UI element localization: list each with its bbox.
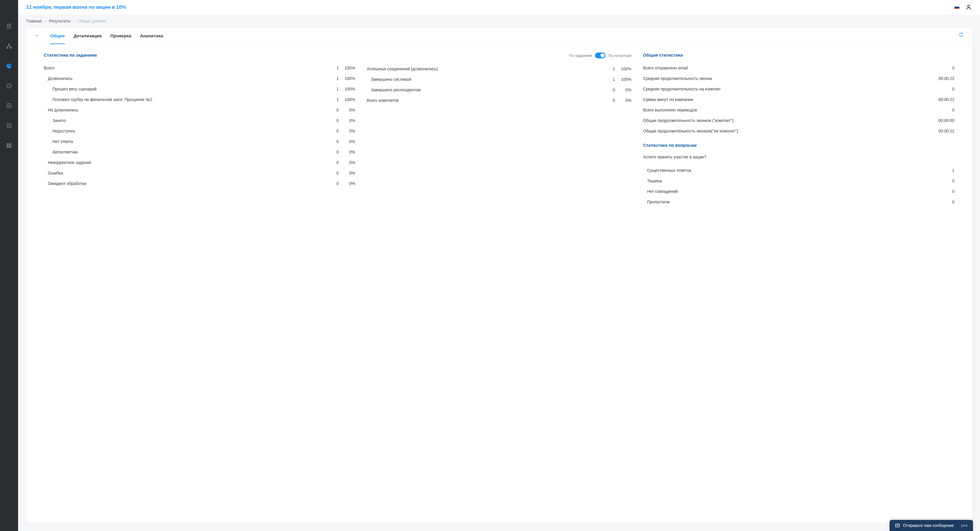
stat-row: Ошибка00%: [44, 168, 355, 178]
stat-value: 0: [925, 65, 955, 70]
sidebar-item-schedule[interactable]: [6, 82, 13, 89]
stat-label: Занято: [52, 118, 327, 123]
stat-count: 0: [327, 150, 339, 154]
stat-count: 1: [327, 97, 339, 102]
breadcrumb-results[interactable]: Результаты: [49, 19, 71, 23]
stat-row: Дозвонились1100%: [44, 73, 355, 84]
stat-value: 00:00:22: [925, 129, 955, 133]
svg-rect-11: [7, 145, 11, 146]
stat-label: Тишина: [647, 179, 925, 183]
stat-value: 00:00:22: [925, 76, 955, 81]
stat-count: 0: [327, 160, 339, 165]
stat-row: Всего комплитов00%: [367, 95, 631, 105]
sidebar-item-docs[interactable]: [6, 23, 13, 30]
sidebar-item-import[interactable]: [6, 102, 13, 109]
stat-label: Автоответчик: [52, 150, 327, 154]
question-stats-title: Статистика по вопросам: [643, 143, 955, 148]
stat-row: Существенных ответов1: [643, 165, 955, 175]
stat-count: 0: [327, 129, 339, 133]
envelope-icon: [895, 523, 900, 528]
question-answers-list: Существенных ответов1Тишина0Нет совпаден…: [643, 165, 955, 207]
stat-value: 0: [925, 199, 955, 204]
stat-value: 00:00:22: [925, 97, 955, 102]
stat-row: Не дозвонились00%: [44, 105, 355, 115]
tab-check[interactable]: Проверка: [111, 28, 131, 44]
stat-label: Нет совпадений: [647, 189, 925, 194]
conn-stats-section: По заданиям По попыткам Успешных соедине…: [367, 53, 631, 207]
stat-label: Положил трубку на финальном шаге: Прощан…: [52, 97, 327, 102]
stat-label: Недоступен: [52, 129, 327, 133]
sync-icon: [958, 32, 964, 37]
sidebar-nav: [0, 0, 18, 531]
stat-label: Дозвонились: [48, 76, 327, 81]
stat-row: Нет совпадений0: [643, 186, 955, 197]
stat-pct: 0%: [339, 160, 355, 165]
stat-pct: 100%: [339, 87, 355, 91]
stat-count: 1: [603, 77, 615, 82]
stat-pct: 0%: [339, 118, 355, 123]
chevron-right-icon: ›: [73, 19, 75, 23]
user-icon[interactable]: [966, 4, 972, 11]
stat-count: 1: [327, 65, 339, 70]
clock-icon: [6, 83, 12, 89]
stat-row: Некорректное задание00%: [44, 157, 355, 168]
stat-pct: 100%: [615, 67, 632, 71]
tab-general[interactable]: Общее: [50, 28, 65, 44]
stat-row: Завершено респондентом00%: [367, 85, 631, 95]
stat-count: 1: [327, 87, 339, 91]
refresh-button[interactable]: [958, 32, 964, 38]
tab-detail[interactable]: Детализация: [73, 28, 102, 44]
pie-chart-icon: [6, 63, 12, 69]
task-stats-title: Статистика по заданиям: [44, 53, 355, 57]
svg-rect-5: [7, 47, 8, 48]
stat-value: 1: [925, 168, 955, 173]
stat-row: Общая продолжительность звонков ("компли…: [643, 115, 955, 126]
jivo-text: Отправьте нам сообщение: [903, 523, 954, 528]
sidebar-item-servers[interactable]: [6, 142, 13, 149]
back-arrow-icon[interactable]: [34, 33, 40, 39]
stat-row: Завершено системой1100%: [367, 74, 631, 85]
question-text: Хотите принять участие в акции?: [643, 153, 955, 161]
topbar: 11 ноября, первая волна по акции в 10%: [18, 0, 980, 14]
sidebar-item-structure[interactable]: [6, 43, 13, 49]
stat-count: 0: [327, 171, 339, 175]
sidebar-item-stats[interactable]: [6, 62, 13, 69]
stat-label: Прошел весь сценарий: [52, 87, 327, 91]
svg-rect-10: [7, 143, 11, 144]
stat-label: Средняя продолжительность звонка: [643, 76, 925, 81]
toggle-left-label: По заданиям: [569, 53, 592, 58]
stat-row: Всего выполнено переводов0: [643, 105, 955, 115]
svg-rect-4: [8, 44, 10, 45]
server-icon: [6, 142, 12, 148]
download-box-icon: [6, 103, 12, 108]
stat-label: Всего отправлено email: [643, 65, 925, 70]
upload-box-icon: [6, 123, 12, 128]
tab-analytics[interactable]: Аналитика: [140, 28, 163, 44]
sidebar-item-export[interactable]: [6, 122, 13, 129]
jivo-brand: jivo: [961, 523, 968, 528]
stat-row: Успешных соединений (дозвонились)1100%: [367, 64, 631, 74]
toggle-switch[interactable]: [595, 53, 606, 58]
language-flag-ru[interactable]: [955, 6, 959, 9]
jivo-chat-widget[interactable]: Отправьте нам сообщение jivo: [889, 520, 973, 531]
stat-pct: 0%: [339, 171, 355, 175]
stat-value: 00:00:00: [925, 118, 955, 123]
stat-value: 0: [925, 87, 955, 91]
stat-row: Прошел весь сценарий1100%: [44, 84, 355, 94]
stat-label: Завершено системой: [371, 77, 603, 82]
breadcrumb-home[interactable]: Главная: [26, 19, 42, 23]
page-title[interactable]: 11 ноября, первая волна по акции в 10%: [26, 4, 126, 10]
stat-label: Пропустили: [647, 199, 925, 204]
stat-label: Успешных соединений (дозвонились): [367, 67, 603, 71]
stat-count: 0: [603, 98, 615, 103]
stat-pct: 0%: [615, 88, 632, 92]
stat-row: Недоступен00%: [44, 126, 355, 136]
stat-count: 1: [603, 67, 615, 71]
stat-label: Ожидают обработки: [48, 181, 327, 186]
stat-row: Нет ответа00%: [44, 136, 355, 147]
stat-pct: 100%: [339, 97, 355, 102]
stat-row: Ожидают обработки00%: [44, 178, 355, 189]
right-column: Общая статистика Всего отправлено email0…: [643, 53, 955, 207]
stat-label: Сумма минут по кампании: [643, 97, 925, 102]
stat-row: Тишина0: [643, 175, 955, 186]
